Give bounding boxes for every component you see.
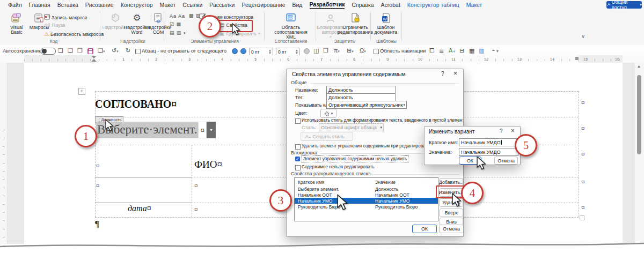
ruler-number: 2 bbox=[155, 57, 157, 62]
restrict-editing-button[interactable]: Ограничить редактирование bbox=[341, 12, 369, 35]
open-folder-icon[interactable]: ❐ bbox=[77, 47, 83, 54]
selection-icon[interactable]: ⧠ bbox=[429, 47, 434, 54]
collapse-ribbon-chevron-icon[interactable]: ∨ bbox=[581, 33, 585, 39]
cannot-edit-label: Содержимое нельзя редактировать bbox=[302, 165, 375, 169]
dropdown-items-list[interactable]: Краткое имяЗначение Выберите элемент.Дол… bbox=[294, 177, 438, 221]
tab-draw[interactable]: Рисование bbox=[85, 2, 114, 8]
ok-button[interactable]: ОК bbox=[412, 225, 437, 233]
minus-box-icon[interactable]: ⊟ bbox=[459, 47, 464, 54]
macro-security-button[interactable]: ⚠ Безопасность макросов bbox=[44, 31, 104, 37]
save-icon[interactable] bbox=[87, 48, 93, 54]
scroll-up-arrow-icon[interactable]: ▲ bbox=[637, 64, 641, 68]
right-indent-marker[interactable] bbox=[575, 57, 579, 60]
gray-dot-icon[interactable] bbox=[304, 48, 310, 54]
list-item[interactable]: Руководитель БюроРуководитель Бюро bbox=[295, 204, 438, 210]
indent-marker[interactable] bbox=[91, 59, 97, 62]
display-name-field[interactable]: Начальник УМДО bbox=[459, 138, 518, 146]
ruler-number: 16 bbox=[615, 57, 619, 62]
close-icon[interactable]: × bbox=[511, 127, 515, 135]
checkbox-control-icon[interactable]: ☑ ▦ bbox=[170, 21, 181, 27]
qat-overflow-icon[interactable]: ᠆▾ bbox=[491, 47, 499, 54]
list-header: Краткое имяЗначение bbox=[295, 179, 438, 185]
grid-icon[interactable]: ▥ bbox=[479, 47, 484, 54]
dropdown-arrow-button[interactable]: ▾ bbox=[207, 122, 216, 138]
cancel-button[interactable]: Отмена bbox=[494, 157, 518, 165]
text-caret bbox=[501, 140, 502, 145]
symbol-icon[interactable]: Ω▾ bbox=[360, 47, 366, 54]
tab-references[interactable]: Ссылки bbox=[182, 2, 202, 8]
list-item[interactable]: Выберите элемент.Должность bbox=[295, 186, 438, 192]
date-label[interactable]: дата¤ bbox=[128, 204, 151, 213]
table-resize-handle[interactable] bbox=[580, 215, 584, 220]
print-icon[interactable]: ▦ bbox=[469, 47, 474, 54]
tab-design[interactable]: Конструктор bbox=[121, 2, 153, 8]
tab-mailings[interactable]: Рассылки bbox=[209, 2, 235, 8]
cannot-edit-checkbox[interactable] bbox=[295, 165, 301, 170]
show-as-select[interactable]: Ограничивающий прямоугольник▾ bbox=[326, 101, 407, 109]
remove-on-edit-checkbox[interactable] bbox=[295, 144, 301, 150]
scrollbar-thumb[interactable] bbox=[637, 75, 641, 154]
fio-label[interactable]: ФИО¤ bbox=[194, 159, 222, 170]
autosave-toggle[interactable] bbox=[41, 48, 56, 55]
redo-icon[interactable]: ↻ bbox=[126, 47, 130, 54]
display-name-label: Краткое имя: bbox=[429, 140, 458, 145]
move-up-button[interactable]: Вверх bbox=[440, 209, 463, 217]
help-icon[interactable]: ? bbox=[500, 128, 503, 134]
visual-basic-button[interactable]: Visual Basic bbox=[4, 12, 29, 35]
paragraph-keep-checkbox[interactable] bbox=[135, 49, 141, 54]
new-document-icon[interactable]: ❏ bbox=[58, 47, 63, 54]
tab-acrobat[interactable]: Acrobat bbox=[381, 2, 400, 8]
tab-table-design[interactable]: Конструктор таблиц bbox=[407, 2, 459, 8]
group-label-templates: Шаблоны bbox=[376, 39, 397, 44]
com-addins-button[interactable]: ⚙ Надстройки COM bbox=[146, 12, 171, 35]
tab-file[interactable]: Файл bbox=[8, 2, 22, 8]
tab-view[interactable]: Вид bbox=[292, 2, 303, 8]
list-item-selected[interactable]: Начальник УМОНачальник УМО bbox=[295, 198, 438, 204]
tab-insert[interactable]: Вставка bbox=[57, 2, 78, 8]
cell-mark: ¤ bbox=[194, 205, 198, 214]
color-dot-icon[interactable] bbox=[240, 48, 246, 54]
lines-icon[interactable]: ≣ bbox=[439, 47, 444, 54]
tab-developer[interactable]: Разработчик bbox=[310, 1, 345, 9]
undo-icon[interactable]: ↺▾ bbox=[112, 47, 119, 54]
tab-home[interactable]: Главная bbox=[29, 2, 50, 8]
xml-mapping-pane-button[interactable]: Область сопоставления XML bbox=[276, 12, 306, 40]
share-button[interactable]: Общий доступ ▾ bbox=[606, 1, 642, 9]
book-icon[interactable]: ❐ bbox=[323, 47, 328, 54]
tag-field[interactable]: Должность bbox=[326, 93, 396, 101]
color-picker-button[interactable]: ▾ bbox=[320, 109, 336, 118]
nav-pane-checkbox[interactable] bbox=[374, 49, 379, 54]
record-macro-button[interactable]: Запись макроса bbox=[44, 14, 87, 21]
cannot-delete-checkbox[interactable]: ✓ bbox=[295, 157, 300, 161]
tab-table-layout[interactable]: Макет bbox=[466, 2, 482, 8]
list-item[interactable]: Начальник ООТНачальник ООТ bbox=[295, 192, 438, 198]
heading-soglasovano[interactable]: СОГЛСОВАНО¤ bbox=[95, 98, 177, 110]
cell-end-mark: ¤ bbox=[198, 122, 207, 138]
tab-layout[interactable]: Макет bbox=[160, 2, 176, 8]
use-style-checkbox[interactable] bbox=[295, 118, 301, 124]
ruler-number: 10 bbox=[418, 57, 422, 62]
table-icon[interactable]: ⊞▾ bbox=[347, 47, 354, 54]
equation-icon[interactable]: π▾ bbox=[334, 47, 340, 54]
close-icon[interactable]: × bbox=[453, 70, 457, 77]
combo-control-icon[interactable]: ▤ ▥ ▾ bbox=[170, 30, 186, 35]
rich-text-control-icon[interactable]: Aa Aa bbox=[170, 13, 185, 19]
spacing-before-spinner[interactable]: 0 пт▲▼ bbox=[249, 48, 273, 56]
cancel-button[interactable]: Отмена bbox=[439, 225, 464, 233]
save-as-icon[interactable]: ❏▾ bbox=[98, 47, 105, 54]
new-blank-icon[interactable]: ❏ bbox=[68, 47, 73, 54]
document-template-button[interactable]: W Шаблон документа bbox=[372, 12, 399, 35]
tab-review[interactable]: Рецензирование bbox=[241, 2, 285, 8]
indent-marker[interactable] bbox=[91, 56, 97, 58]
page-icon[interactable]: ◫ bbox=[313, 47, 319, 54]
name-field[interactable]: Должность bbox=[326, 86, 396, 94]
modify-choice-dialog[interactable]: Изменить вариант ? × Краткое имя: Началь… bbox=[424, 126, 521, 165]
color-dot-icon[interactable] bbox=[232, 48, 238, 54]
value-field[interactable]: Начальник УМДО bbox=[459, 148, 518, 156]
spacing-after-spinner[interactable]: 0 пт▲▼ bbox=[276, 48, 300, 56]
vertical-ruler[interactable] bbox=[0, 63, 8, 244]
add-font-icon[interactable]: A₊ bbox=[449, 47, 456, 54]
help-icon[interactable]: ? bbox=[441, 71, 444, 77]
table-move-handle[interactable]: + bbox=[78, 88, 85, 95]
tab-help[interactable]: Справка bbox=[352, 2, 374, 8]
